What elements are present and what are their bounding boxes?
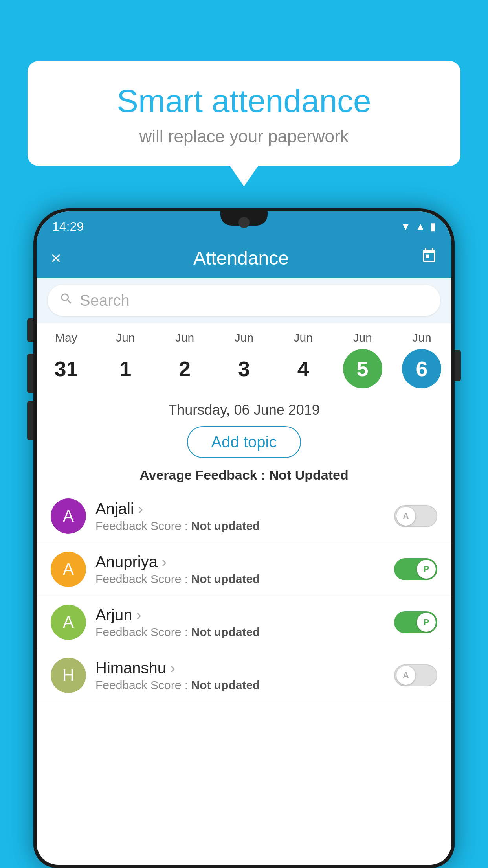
toggle-thumb: A: [396, 507, 415, 526]
add-topic-container: Add topic: [37, 421, 451, 465]
calendar-day-6[interactable]: Jun6: [398, 331, 445, 388]
calendar-day-5[interactable]: Jun5: [339, 331, 386, 388]
toggle-thumb: P: [417, 560, 436, 579]
student-item[interactable]: HHimanshuFeedback Score : Not updatedA: [37, 649, 451, 702]
add-topic-button[interactable]: Add topic: [187, 426, 301, 458]
student-avatar: H: [51, 658, 86, 693]
student-name: Anjali: [95, 500, 385, 518]
calendar-day-2[interactable]: Jun2: [161, 331, 208, 388]
calendar-strip: May31Jun1Jun2Jun3Jun4Jun5Jun6: [37, 323, 451, 398]
battery-icon: [430, 220, 436, 233]
cal-date: 31: [46, 349, 86, 388]
speech-bubble: Smart attendance will replace your paper…: [28, 61, 460, 166]
status-time: 14:29: [52, 219, 84, 234]
calendar-day-1[interactable]: Jun1: [102, 331, 149, 388]
power-button: [455, 350, 461, 381]
cal-month: Jun: [175, 331, 194, 344]
student-info: ArjunFeedback Score : Not updated: [95, 606, 385, 639]
toggle-thumb: A: [396, 666, 415, 685]
attendance-toggle[interactable]: A: [394, 664, 437, 686]
avg-feedback-value: Not Updated: [269, 467, 349, 482]
student-avatar: A: [51, 552, 86, 587]
student-feedback: Feedback Score : Not updated: [95, 625, 385, 639]
student-name: Anupriya: [95, 553, 385, 571]
bubble-title: Smart attendance: [51, 83, 437, 120]
selected-date-label: Thursday, 06 June 2019: [37, 398, 451, 421]
signal-icon: [415, 220, 426, 233]
phone-screen: 14:29 × Attendance: [37, 211, 451, 865]
cal-month: Jun: [116, 331, 135, 344]
calendar-day-0[interactable]: May31: [42, 331, 90, 388]
student-item[interactable]: AArjunFeedback Score : Not updatedP: [37, 596, 451, 649]
cal-date: 5: [343, 349, 382, 388]
camera-dot: [238, 217, 250, 228]
cal-date: 2: [165, 349, 204, 388]
calendar-day-4[interactable]: Jun4: [280, 331, 327, 388]
calendar-icon[interactable]: [421, 248, 437, 268]
cal-month: Jun: [294, 331, 313, 344]
cal-date: 6: [402, 349, 441, 388]
student-feedback: Feedback Score : Not updated: [95, 679, 385, 692]
cal-date: 4: [284, 349, 323, 388]
student-info: AnupriyaFeedback Score : Not updated: [95, 553, 385, 586]
attendance-toggle[interactable]: P: [394, 558, 437, 580]
student-avatar: A: [51, 498, 86, 534]
phone-frame: 14:29 × Attendance: [33, 208, 455, 868]
toggle-thumb: P: [417, 613, 436, 632]
cal-month: Jun: [235, 331, 253, 344]
cal-month: May: [55, 331, 77, 344]
cal-date: 3: [224, 349, 264, 388]
cal-month: Jun: [412, 331, 431, 344]
search-placeholder: Search: [80, 292, 130, 309]
search-container: Search: [37, 278, 451, 323]
avg-feedback-label: Average Feedback :: [139, 467, 269, 482]
app-bar-title: Attendance: [73, 247, 409, 269]
student-info: AnjaliFeedback Score : Not updated: [95, 500, 385, 533]
cal-date: 1: [106, 349, 145, 388]
student-item[interactable]: AAnupriyaFeedback Score : Not updatedP: [37, 543, 451, 596]
student-item[interactable]: AAnjaliFeedback Score : Not updatedA: [37, 490, 451, 543]
attendance-toggle[interactable]: A: [394, 505, 437, 527]
student-info: HimanshuFeedback Score : Not updated: [95, 659, 385, 692]
app-bar: × Attendance: [37, 238, 451, 278]
attendance-toggle[interactable]: P: [394, 611, 437, 633]
student-name: Arjun: [95, 606, 385, 624]
status-icons: [401, 220, 436, 233]
avg-feedback: Average Feedback : Not Updated: [37, 465, 451, 490]
calendar-day-3[interactable]: Jun3: [220, 331, 268, 388]
silent-button: [27, 318, 33, 342]
search-icon: [59, 292, 73, 309]
search-bar[interactable]: Search: [48, 285, 440, 316]
student-name: Himanshu: [95, 659, 385, 677]
student-avatar: A: [51, 605, 86, 640]
wifi-icon: [401, 220, 411, 233]
student-feedback: Feedback Score : Not updated: [95, 519, 385, 533]
bubble-subtitle: will replace your paperwork: [51, 127, 437, 146]
student-list: AAnjaliFeedback Score : Not updatedAAAnu…: [37, 490, 451, 702]
cal-month: Jun: [353, 331, 372, 344]
close-button[interactable]: ×: [51, 247, 61, 268]
speech-bubble-container: Smart attendance will replace your paper…: [28, 61, 460, 166]
student-feedback: Feedback Score : Not updated: [95, 572, 385, 586]
volume-down-button: [27, 401, 33, 440]
volume-up-button: [27, 354, 33, 393]
